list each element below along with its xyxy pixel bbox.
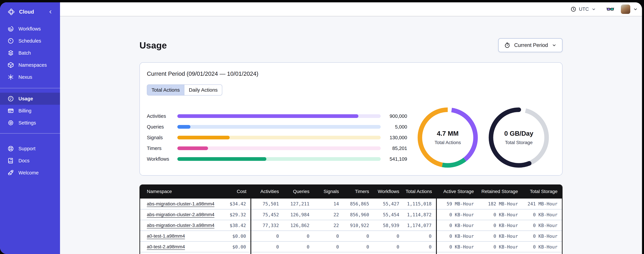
temporal-logo-icon xyxy=(8,8,15,16)
activities-cell: 0 xyxy=(251,231,283,242)
sidebar-item-settings[interactable]: Settings xyxy=(0,117,60,129)
actions-bar-chart: Activities 900,000 Queries 5,000 Signals xyxy=(147,111,407,164)
tab-daily-actions[interactable]: Daily Actions xyxy=(184,85,222,95)
total-actions-cell: 0 xyxy=(404,242,436,252)
retained-storage-cell: 0 KB-Hour xyxy=(478,209,522,220)
bar-label: Activities xyxy=(147,114,177,119)
active-storage-cell: 0 KB-Hour xyxy=(436,209,478,220)
bar-label: Signals xyxy=(147,135,177,140)
timers-cell: 0 xyxy=(343,242,374,252)
namespace-usage-table: Namespace Cost Activities Queries Signal… xyxy=(140,184,562,254)
sidebar-item-usage[interactable]: Usage xyxy=(0,93,60,105)
queries-cell: 0 xyxy=(283,231,314,242)
table-row: a0-test-2.a98mm4 $0.00 0 0 0 0 0 0 0 KB-… xyxy=(140,242,562,252)
table-header-row: Namespace Cost Activities Queries Signal… xyxy=(140,184,562,198)
app-window: Cloud Workflows xyxy=(0,2,642,254)
sidebar-item-batch[interactable]: Batch xyxy=(0,47,60,59)
card-heading: Current Period (09/01/2024 — 10/01/2024) xyxy=(147,70,555,77)
namespace-link[interactable]: abs-migration-cluster-1.a98mm4 xyxy=(147,201,214,206)
user-menu-chevron-down-icon[interactable] xyxy=(633,7,638,12)
workflows-cell: 55,454 xyxy=(374,209,404,220)
donut-label: Total Actions xyxy=(434,140,461,145)
bar-value: 5,000 xyxy=(381,124,407,130)
sidebar-divider xyxy=(0,88,60,88)
queries-cell: 126,862 xyxy=(283,220,314,231)
sidebar-item-billing[interactable]: Billing xyxy=(0,105,60,117)
support-icon xyxy=(8,145,14,152)
column-header: Queries xyxy=(283,184,314,198)
active-storage-cell: 0 KB-Hour xyxy=(436,220,478,231)
namespace-cell: abs-migration-cluster-1.a98mm4 xyxy=(140,198,207,209)
cost-cell: $0.00 xyxy=(207,252,251,254)
sidebar-item-nexus[interactable]: Nexus xyxy=(0,71,60,83)
sidebar-item-welcome[interactable]: Welcome xyxy=(0,167,60,179)
activities-cell: 75,501 xyxy=(251,198,283,209)
active-storage-cell: 0 KB-Hour xyxy=(436,231,478,242)
actions-tab-group: Total Actions Daily Actions xyxy=(147,84,222,96)
avatar[interactable] xyxy=(621,4,630,14)
sidebar-item-label: Support xyxy=(18,146,36,152)
total-actions-cell: 1,114,872 xyxy=(404,209,436,220)
timezone-selector[interactable]: UTC xyxy=(570,6,596,12)
stopwatch-icon xyxy=(504,42,510,48)
workflows-icon xyxy=(8,26,14,32)
total-actions-donut: 4.7 MM Total Actions xyxy=(418,108,478,168)
bar-track xyxy=(177,136,381,140)
retained-storage-cell: 0 KB-Hour xyxy=(478,242,522,252)
total-storage-cell: 0 KB-Hour xyxy=(522,220,562,231)
chevron-down-icon xyxy=(591,7,596,12)
namespace-link[interactable]: abs-migration-cluster-2.a98mm4 xyxy=(147,212,214,217)
period-select-button[interactable]: Current Period xyxy=(498,38,562,52)
namespace-cell: abs-migration-cluster-3.a98mm4 xyxy=(140,220,207,231)
bar-row-workflows: Workflows 541,109 xyxy=(147,154,407,164)
timers-cell: 0 xyxy=(343,231,374,242)
sidebar-item-label: Batch xyxy=(18,50,31,56)
bar-fill xyxy=(177,146,208,150)
bar-row-activities: Activities 900,000 xyxy=(147,111,407,122)
timers-cell: 856,960 xyxy=(343,209,374,220)
total-actions-cell: 1,115,018 xyxy=(404,198,436,209)
column-header: Total Actions xyxy=(404,184,436,198)
sidebar-item-namespaces[interactable]: Namespaces xyxy=(0,59,60,71)
brand-label: Cloud xyxy=(19,9,34,15)
signals-cell: 22 xyxy=(314,209,343,220)
workflows-cell: 0 xyxy=(374,242,404,252)
namespace-cell: a0-test-2.a98mm4 xyxy=(140,242,207,252)
activities-cell: 75,452 xyxy=(251,209,283,220)
settings-icon xyxy=(8,120,14,126)
namespace-link[interactable]: a0-test-2.a98mm4 xyxy=(147,244,185,249)
clock-icon xyxy=(570,6,576,12)
billing-icon xyxy=(8,108,14,114)
sidebar-item-schedules[interactable]: Schedules xyxy=(0,35,60,47)
workflows-cell: 55,427 xyxy=(374,198,404,209)
sidebar-item-label: Nexus xyxy=(18,74,32,80)
main-pane: UTC xyxy=(60,2,642,254)
sidebar-item-workflows[interactable]: Workflows xyxy=(0,23,60,35)
workflows-cell: 58,939 xyxy=(374,220,404,231)
period-button-label: Current Period xyxy=(514,42,548,48)
active-storage-cell: 0 KB-Hour xyxy=(436,252,478,254)
brand: Cloud xyxy=(0,7,60,16)
namespace-link[interactable]: a0-test-1.a98mm4 xyxy=(147,234,185,238)
topbar: UTC xyxy=(60,2,642,16)
column-header: Namespace xyxy=(140,184,207,198)
sidebar-collapse-button[interactable] xyxy=(48,9,53,15)
signals-cell: 14 xyxy=(314,198,343,209)
welcome-rocket-icon xyxy=(8,170,14,176)
namespace-link[interactable]: abs-migration-cluster-3.a98mm4 xyxy=(147,223,214,228)
signals-cell: 0 xyxy=(314,252,343,254)
bar-value: 130,000 xyxy=(381,135,407,140)
sidebar-item-docs[interactable]: Docs xyxy=(0,155,60,167)
total-storage-cell: 0 KB-Hour xyxy=(522,231,562,242)
tab-total-actions[interactable]: Total Actions xyxy=(147,85,184,95)
sidebar-item-label: Usage xyxy=(18,96,33,102)
sidebar-footer-nav: Support Docs xyxy=(0,142,60,179)
sidebar-item-support[interactable]: Support xyxy=(0,142,60,155)
activities-cell: 0 xyxy=(251,242,283,252)
table-row: bk-worker-test.a98mm4 $0.00 0 0 0 0 1 1 … xyxy=(140,252,562,254)
sidebar-divider xyxy=(0,133,60,134)
column-header: Workflows xyxy=(374,184,404,198)
usage-icon xyxy=(8,95,14,102)
column-header: Activities xyxy=(251,184,283,198)
feedback-glasses-icon[interactable] xyxy=(606,5,614,13)
